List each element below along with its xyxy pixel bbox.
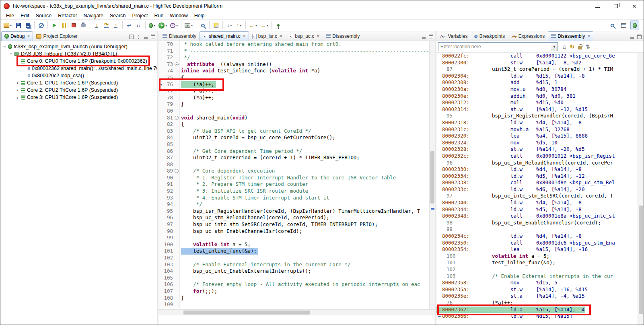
marker-column[interactable] (158, 228, 163, 235)
twistie-icon[interactable]: › (15, 88, 20, 93)
tab-close-icon[interactable]: × (243, 33, 246, 39)
marker-column[interactable] (158, 88, 163, 95)
code-line-96[interactable]: 96 bsp_uc_stm_ReloadChannel(coreId, core… (158, 214, 429, 221)
code-line-87[interactable]: 87 uint32_t corePeriod = (coreId + 1) * … (158, 154, 429, 161)
maximize-view-icon[interactable] (151, 35, 155, 39)
code-line-77[interactable]: 77 (*a)++; (158, 88, 429, 95)
open-perspective-button[interactable] (619, 21, 628, 30)
twistie-icon[interactable]: › (15, 95, 20, 100)
disasm-line-80002344[interactable]: 80002344:ld.w%d5, [%a14], -8 (436, 206, 638, 213)
save-all-button[interactable] (23, 21, 32, 30)
disasm-src-line-96[interactable]: 96bsp_uc_stm_ReloadChannel(coreId, coreP… (436, 160, 638, 167)
code-line-95[interactable]: 95 bsp_isr_RegisterHandler(coreId, (BspI… (158, 208, 429, 215)
code-line-88[interactable]: 88 (158, 161, 429, 168)
marker-column[interactable] (158, 175, 163, 181)
fold-collapse-icon[interactable]: − (175, 62, 179, 66)
marker-column[interactable] (158, 281, 163, 288)
marker-column[interactable] (158, 301, 163, 308)
code-line-93[interactable]: 93 * 4. Enable STM timer interrupt and s… (158, 195, 429, 202)
disasm-src-line-103[interactable]: 103/* Enable External interrupts in the … (436, 273, 638, 280)
editor-horizontal-scrollbar[interactable] (158, 309, 435, 315)
code-line-100[interactable]: 100 volatile int a = 5; (158, 241, 429, 248)
disasm-src-line-95[interactable]: 95bsp_isr_RegisterHandler(coreId, (BspIs… (436, 113, 638, 119)
sync-selection-icon[interactable] (586, 44, 591, 49)
editor-tab-shared-main-c[interactable]: cshared_main.c× (200, 31, 249, 41)
fold-column[interactable]: − (174, 168, 180, 175)
view-tab-variables[interactable]: (x)=Variables (437, 31, 471, 41)
suspend-button[interactable] (60, 21, 68, 30)
twistie-icon[interactable]: › (2, 44, 7, 49)
code-line-73[interactable]: 73−__attribute__((always_inline)) (158, 61, 429, 68)
lock-icon[interactable] (578, 46, 582, 49)
tree-item-core-0-cpu0-tricore-1-6p-b[interactable]: ›Core 0: CPU0 TriCore 1.6P (Breakpoint: … (0, 58, 157, 65)
code-line-72[interactable]: 72 */ (158, 54, 429, 61)
home-icon[interactable] (563, 44, 566, 49)
code-line-82[interactable]: 82{ (158, 121, 429, 128)
tab-close-icon[interactable]: × (317, 33, 319, 39)
disasm-line-8000235a[interactable]: 8000235a:st.w[%a14], -16, %d15 (436, 286, 638, 293)
minimize-view-icon[interactable] (422, 35, 426, 39)
code-line-102[interactable]: 102 (158, 255, 429, 261)
marker-column[interactable] (158, 234, 163, 241)
marker-column[interactable] (158, 148, 163, 155)
code-line-90[interactable]: 90 * 1. Register Timer Interrupt Handler… (158, 175, 429, 181)
marker-column[interactable] (158, 255, 163, 261)
scrollbar-thumb[interactable] (639, 206, 643, 314)
previous-annotation-button[interactable]: ▾ (235, 21, 243, 30)
code-line-85[interactable]: 85 (158, 141, 429, 148)
marker-column[interactable] (158, 48, 163, 55)
maximize-view-icon[interactable] (637, 35, 642, 39)
search-button[interactable] (198, 21, 207, 30)
disasm-line-80002308[interactable]: 80002308:add%d15, 1 (436, 79, 638, 86)
marker-column[interactable] (158, 115, 163, 121)
code-line-78[interactable]: 78 (*a)++; (158, 95, 429, 101)
view-tab-disassembly[interactable]: Disassembly× (548, 31, 593, 41)
fold-column[interactable]: − (174, 115, 180, 121)
disasm-src-line-101[interactable]: 101test_inline_func(&a); (436, 259, 638, 266)
code-line-103[interactable]: 103 /* Enable External interrupts in the… (158, 261, 429, 268)
disasm-line-80002314[interactable]: 80002314:st.w[%a14], -12, %d15 (436, 106, 638, 113)
marker-column[interactable] (158, 68, 163, 74)
fold-collapse-icon[interactable]: − (175, 116, 179, 120)
menu-edit[interactable]: Edit (17, 12, 33, 19)
code-line-97[interactable]: 97 bsp_uc_intc_stm_SetSRC(coreId, coreId… (158, 221, 429, 228)
drop-to-frame-button[interactable] (125, 21, 134, 30)
menu-source[interactable]: Source (33, 12, 55, 19)
marker-column[interactable] (158, 74, 163, 81)
disasm-line-80002334[interactable]: 80002334:ld.w%d5, [%a14], -12 (436, 173, 638, 180)
code-line-76[interactable]: 76 (*a)++; (158, 81, 429, 88)
marker-column[interactable] (158, 161, 163, 168)
marker-column[interactable] (158, 168, 163, 175)
disasm-line-8000230e[interactable]: 8000230e:addih%d0, %d0, 381 (436, 93, 638, 100)
tree-item-core-3-cpu3-tricore-1-6p-s[interactable]: ›Core 3: CPU3 TriCore 1.6P (Suspended) (0, 94, 157, 101)
disassembly-scrollbar[interactable] (638, 53, 644, 325)
debug-perspective-button[interactable] (630, 21, 639, 30)
resume-button[interactable] (50, 21, 59, 30)
view-tab-project-explorer[interactable]: Project Explorer (33, 31, 80, 41)
disasm-line-80002300[interactable]: 80002300:st.w[%a14], -8, %d2 (436, 60, 638, 66)
window-restore-button[interactable] (607, 0, 625, 12)
marker-column[interactable] (158, 275, 163, 282)
marker-column[interactable] (158, 54, 163, 61)
tree-item-0x80002362-shared-main[interactable]: 0x80002362 shared_main(): ../src/shared_… (0, 65, 157, 72)
twistie-icon[interactable]: › (15, 59, 20, 64)
disasm-line-80002340[interactable]: 80002340:ld.w%d4, [%a14], -8 (436, 200, 638, 206)
fold-collapse-icon[interactable]: − (175, 169, 179, 173)
editor-tab-disassembly[interactable]: Disassembly (159, 31, 200, 41)
refresh-icon[interactable] (570, 44, 574, 49)
menu-project[interactable]: Project (129, 12, 151, 19)
marker-column[interactable] (158, 208, 163, 215)
code-line-99[interactable]: 99 (158, 234, 429, 241)
disasm-src-line-99[interactable]: 99 (436, 226, 638, 233)
code-line-98[interactable]: 98 bsp_uc_stm_EnableChannelIsr(coreId); (158, 228, 429, 235)
view-menu-icon[interactable]: ⋮ (136, 35, 141, 39)
disasm-line-80002328[interactable]: 80002328:st.w[%a14], -20, %d5 (436, 146, 638, 153)
tree-item-core-2-cpu2-tricore-1-6p-s[interactable]: ›Core 2: CPU2 TriCore 1.6P (Suspended) (0, 86, 157, 94)
marker-column[interactable] (158, 261, 163, 268)
toggle-mark-occurrences-button[interactable] (212, 21, 220, 30)
code-line-107[interactable]: 107 for(;;); (158, 288, 429, 295)
disasm-line-800022fc[interactable]: 800022fc:call0x80001122 <bsp_uc_core_Ge (436, 53, 638, 60)
marker-column[interactable] (158, 221, 163, 228)
run-button[interactable]: ▾ (157, 21, 168, 30)
new-button[interactable]: ▾ (2, 21, 13, 30)
